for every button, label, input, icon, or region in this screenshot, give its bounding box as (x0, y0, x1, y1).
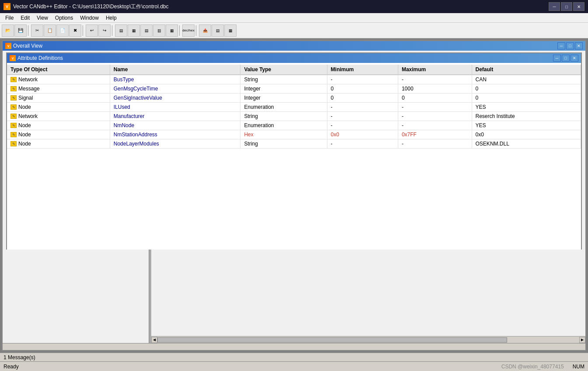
table-row[interactable]: ✎NodeILUsedEnumeration--YES (7, 103, 581, 112)
type-icon: ✎ (10, 132, 17, 137)
type-label-6: Node (18, 132, 31, 138)
cell-name-0: BusType (110, 75, 240, 84)
overall-view-minimize[interactable]: ─ (557, 42, 565, 49)
cell-min-3: - (327, 103, 398, 112)
num-indicator: NUM (573, 364, 585, 370)
type-icon: ✎ (10, 123, 17, 128)
table-body: ✎NetworkBusTypeString--CAN✎MessageGenMsg… (7, 75, 581, 149)
maximize-button[interactable]: □ (561, 2, 572, 11)
toolbar-paste[interactable]: 📄 (56, 24, 69, 37)
type-label-2: Signal (18, 95, 33, 101)
toolbar-undo[interactable]: ↩ (86, 24, 98, 37)
attr-definitions-maximize[interactable]: □ (562, 55, 570, 62)
table-header-row: Type Of Object Name Value Type Minimum M… (7, 65, 581, 75)
menu-file[interactable]: File (2, 13, 17, 22)
horizontal-scrollbar[interactable]: ◀ ▶ (151, 336, 585, 343)
table-row[interactable]: ✎NodeNmNodeEnumeration--YES (7, 121, 581, 130)
cell-valuetype-3: Enumeration (240, 103, 327, 112)
cell-max-4: - (398, 112, 472, 121)
type-label-0: Network (18, 76, 38, 83)
type-label-3: Node (18, 104, 31, 110)
overall-view-close[interactable]: ✕ (575, 42, 583, 49)
toolbar-view2[interactable]: ▦ (128, 24, 140, 37)
overall-view-controls: ─ □ ✕ (557, 42, 583, 49)
bottom-right-panel: ◀ ▶ (151, 250, 585, 343)
scrollbar-thumb[interactable] (157, 337, 507, 343)
cell-min-1: 0 (327, 84, 398, 94)
cell-valuetype-6: Hex (240, 130, 327, 139)
toolbar-view3[interactable]: ▤ (140, 24, 153, 37)
toolbar-open[interactable]: 📂 (2, 24, 14, 37)
table-row[interactable]: ✎MessageGenMsgCycleTimeInteger010000 (7, 84, 581, 94)
cell-max-3: - (398, 103, 472, 112)
scroll-left-arrow[interactable]: ◀ (151, 337, 157, 343)
attr-definitions-controls: ─ □ ✕ (553, 55, 578, 62)
toolbar-cut[interactable]: ✂ (31, 24, 43, 37)
toolbar-dechex[interactable]: dec/hex (182, 24, 195, 37)
cell-type-0: ✎Network (7, 75, 110, 84)
cell-default-4: Reserch Institute (472, 112, 581, 121)
status-bar: Ready CSDN @weixin_48077415 NUM (0, 361, 588, 371)
cell-default-5: YES (472, 121, 581, 130)
type-icon: ✎ (10, 114, 17, 119)
toolbar-save[interactable]: 💾 (14, 24, 27, 37)
attr-definitions-close[interactable]: ✕ (571, 55, 578, 62)
close-button[interactable]: ✕ (573, 2, 585, 11)
bottom-split-area: ◀ ▶ (3, 250, 585, 350)
menu-edit[interactable]: Edit (17, 13, 33, 22)
cell-default-1: 0 (472, 84, 581, 94)
menu-options[interactable]: Options (52, 13, 77, 22)
toolbar-view1[interactable]: ▤ (115, 24, 127, 37)
cell-min-4: - (327, 112, 398, 121)
cell-max-1: 1000 (398, 84, 472, 94)
table-row[interactable]: ✎NetworkBusTypeString--CAN (7, 75, 581, 84)
overall-view-icon: V (5, 43, 11, 49)
title-bar: V Vector CANdb++ Editor - C:\Users\13120… (0, 0, 588, 13)
overall-view-title: Overall View (13, 43, 42, 49)
toolbar-sep2 (83, 25, 84, 36)
table-row[interactable]: ✎SignalGenSigInactiveValueInteger000 (7, 94, 581, 103)
menu-view[interactable]: View (33, 13, 52, 22)
title-bar-controls: ─ □ ✕ (549, 2, 585, 11)
cell-valuetype-0: String (240, 75, 327, 84)
overall-view-titlebar-left: V Overall View (5, 43, 42, 49)
attr-definitions-titlebar-left: V Attribute Definitions (10, 55, 63, 61)
scroll-right-arrow[interactable]: ▶ (579, 337, 585, 343)
cell-type-5: ✎Node (7, 121, 110, 130)
minimize-button[interactable]: ─ (549, 2, 560, 11)
toolbar-grid2[interactable]: ▦ (224, 24, 237, 37)
toolbar-grid1[interactable]: ▤ (212, 24, 224, 37)
cell-name-3: ILUsed (110, 103, 240, 112)
cell-valuetype-7: String (240, 139, 327, 149)
status-ready: Ready (3, 364, 19, 370)
toolbar-delete[interactable]: ✖ (69, 24, 81, 37)
menu-window[interactable]: Window (77, 13, 102, 22)
toolbar-copy[interactable]: 📋 (44, 24, 56, 37)
table-row[interactable]: ✎NodeNodeLayerModulesString--OSEKNM.DLL (7, 139, 581, 149)
title-bar-left: V Vector CANdb++ Editor - C:\Users\13120… (3, 3, 169, 10)
status-right: CSDN @weixin_48077415 NUM (501, 364, 585, 370)
cell-type-1: ✎Message (7, 84, 110, 94)
cell-max-0: - (398, 75, 472, 84)
overall-view-window: V Overall View ─ □ ✕ V Attribute Definit… (2, 40, 586, 351)
attr-definitions-minimize[interactable]: ─ (553, 55, 561, 62)
toolbar-sep1 (28, 25, 30, 36)
attribute-table: Type Of Object Name Value Type Minimum M… (7, 65, 581, 149)
col-default: Default (472, 65, 581, 75)
cell-valuetype-4: String (240, 112, 327, 121)
toolbar-view5[interactable]: ▦ (166, 24, 178, 37)
table-row[interactable]: ✎NodeNmStationAddressHex0x00x7FF0x0 (7, 130, 581, 139)
cell-type-4: ✎Network (7, 112, 110, 121)
cell-valuetype-5: Enumeration (240, 121, 327, 130)
toolbar-view4[interactable]: ▥ (153, 24, 165, 37)
cell-min-7: - (327, 139, 398, 149)
col-type: Type Of Object (7, 65, 110, 75)
col-maximum: Maximum (398, 65, 472, 75)
toolbar-redo[interactable]: ↪ (98, 24, 111, 37)
menu-help[interactable]: Help (102, 13, 120, 22)
cell-max-7: - (398, 139, 472, 149)
overall-view-maximize[interactable]: □ (566, 42, 574, 49)
toolbar: 📂 💾 ✂ 📋 📄 ✖ ↩ ↪ ▤ ▦ ▤ ▥ ▦ dec/hex 📤 ▤ ▦ (0, 23, 588, 38)
toolbar-export[interactable]: 📤 (199, 24, 211, 37)
table-row[interactable]: ✎NetworkManufacturerString--Reserch Inst… (7, 112, 581, 121)
